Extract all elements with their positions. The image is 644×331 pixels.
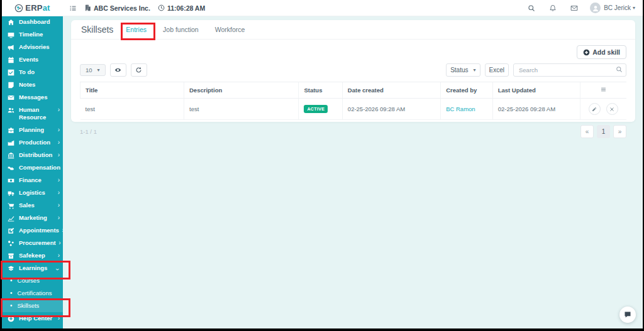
edit-row-button[interactable] — [589, 103, 601, 115]
search-icon — [616, 66, 623, 73]
sidebar-item-to-do[interactable]: • To do — [2, 66, 63, 79]
cell-description: test — [184, 99, 299, 120]
sidebar-item-compensation[interactable]: • Compensation › — [2, 161, 63, 174]
bank-icon — [8, 152, 14, 159]
pencil-icon — [592, 107, 597, 112]
search-input[interactable] — [513, 63, 626, 77]
tab-bar: EntriesJob functionWorkforce — [126, 26, 261, 33]
chart-line-icon — [8, 215, 14, 222]
chevron-right-icon: › — [55, 151, 60, 158]
current-page-button[interactable]: 1 — [597, 125, 610, 138]
briefcase-icon — [8, 127, 14, 134]
envelope-icon — [8, 94, 14, 101]
column-visibility-button[interactable] — [110, 63, 126, 77]
search-icon[interactable] — [521, 4, 542, 12]
sidebar-item-label: Timeline — [19, 31, 55, 38]
column-header[interactable]: Date created — [342, 82, 440, 99]
column-header[interactable]: Last Updated — [492, 82, 580, 99]
sidebar-item-safekeep[interactable]: • Safekeep › — [2, 249, 63, 262]
sidebar-item-notes[interactable]: • Notes — [2, 79, 63, 91]
menu-toggle-icon[interactable] — [69, 4, 77, 12]
sidebar-item-courses[interactable]: • Courses — [2, 274, 63, 287]
sidebar-item-production[interactable]: • Production › — [2, 136, 63, 149]
chevron-down-icon: ▾ — [633, 5, 635, 11]
sidebar-item-label: Production — [19, 139, 55, 146]
sidebar-item-sales[interactable]: • Sales › — [2, 199, 63, 212]
sidebar-item-dashboard[interactable]: • Dashboard — [2, 16, 63, 28]
prev-page-button[interactable]: « — [580, 125, 594, 138]
sidebar-item-events[interactable]: • Events — [2, 53, 63, 66]
sidebar-item-label: To do — [19, 68, 55, 76]
column-menu-icon[interactable] — [580, 82, 626, 99]
sidebar-item-marketing[interactable]: • Marketing › — [2, 212, 63, 224]
tab-job-function[interactable]: Job function — [163, 26, 199, 33]
header-clock: 11:06:28 AM — [158, 4, 205, 12]
sidebar-item-label: Safekeep — [19, 252, 55, 259]
column-header[interactable]: Description — [184, 82, 299, 99]
skillsets-card: Skillsets EntriesJob functionWorkforce A… — [71, 20, 635, 122]
sidebar-item-planning[interactable]: • Planning › — [2, 124, 63, 136]
pagination-range: 1-1 / 1 — [80, 128, 97, 135]
megaphone-icon — [8, 44, 14, 51]
next-page-button[interactable]: » — [613, 125, 626, 138]
sidebar-item-timeline[interactable]: • Timeline — [2, 28, 63, 41]
sidebar-item-appointments[interactable]: • Appointments › — [2, 224, 63, 237]
sidebar-item-learnings[interactable]: • Learnings › — [2, 262, 63, 274]
refresh-button[interactable] — [131, 63, 147, 77]
shopping-cart-icon — [8, 202, 14, 209]
chevron-down-icon: › — [54, 266, 61, 271]
app-logo[interactable]: ERPat — [2, 3, 63, 13]
sidebar-item-messages[interactable]: • Messages — [2, 91, 63, 104]
sidebar-item-security[interactable]: • Security › — [2, 325, 63, 328]
wallet-icon — [8, 177, 14, 184]
archive-box-icon — [8, 252, 14, 259]
user-avatar[interactable] — [590, 3, 601, 13]
column-header[interactable]: Status — [299, 82, 342, 99]
chevron-right-icon: › — [55, 327, 60, 328]
home-icon — [8, 19, 14, 26]
user-menu[interactable]: BC Jerick — [604, 4, 631, 11]
logo-text-accent: at — [43, 3, 50, 13]
sidebar-item-label: Advisories — [19, 43, 55, 51]
calendar-icon — [8, 57, 14, 63]
sidebar-item-label: Security — [19, 327, 55, 328]
sidebar-item-label: Events — [19, 56, 55, 63]
created-by-link[interactable]: BC Ramon — [441, 99, 493, 120]
logo-text-primary: ERP — [25, 3, 42, 13]
sidebar-item-finance[interactable]: • Finance › — [2, 174, 63, 187]
company-name: ABC Services Inc. — [84, 4, 150, 12]
chevron-right-icon: › — [55, 202, 60, 209]
add-skill-button[interactable]: Add skill — [577, 45, 626, 59]
calendar-edit-icon — [8, 227, 14, 234]
delete-row-button[interactable] — [606, 103, 618, 115]
sidebar-item-distribution[interactable]: • Distribution › — [2, 149, 63, 161]
sidebar-item-procurement[interactable]: • Procurement › — [2, 237, 63, 249]
sidebar-item-label: Certifications — [18, 290, 55, 297]
messages-mail-icon[interactable] — [564, 4, 585, 12]
status-badge: ACTIVE — [304, 105, 328, 113]
page-title: Skillsets — [81, 24, 113, 35]
plus-circle-icon — [583, 49, 590, 56]
notifications-bell-icon[interactable] — [542, 4, 564, 12]
sidebar-item-label: Notes — [19, 81, 55, 89]
tab-workforce[interactable]: Workforce — [215, 26, 245, 33]
sidebar-item-logistics[interactable]: • Logistics › — [2, 187, 63, 199]
sidebar-item-advisories[interactable]: • Advisories — [2, 41, 63, 53]
sidebar-item-help-center[interactable]: • Help Center › — [2, 312, 63, 325]
table-row: test test ACTIVE 02-25-2026 09:28 AM BC … — [80, 99, 627, 120]
sidebar-item-skillsets[interactable]: • Skillsets — [2, 300, 63, 312]
tv-icon — [8, 31, 14, 38]
sidebar-item-human-resource[interactable]: • Human Resource › — [2, 104, 63, 124]
sidebar-item-certifications[interactable]: • Certifications — [2, 287, 63, 300]
sidebar-item-label: Marketing — [19, 214, 55, 222]
chat-fab[interactable] — [619, 307, 636, 323]
status-filter-button[interactable]: Status ▾ — [446, 63, 480, 77]
tab-entries[interactable]: Entries — [126, 26, 147, 33]
page-size-select[interactable]: 10 ▾ — [80, 64, 106, 76]
cell-date-created: 02-25-2026 09:28 AM — [342, 99, 440, 120]
chevron-right-icon: › — [55, 252, 60, 259]
excel-export-button[interactable]: Excel — [485, 63, 509, 77]
column-header[interactable]: Created by — [441, 82, 493, 99]
factory-icon — [8, 139, 14, 146]
column-header[interactable]: Title — [80, 82, 184, 99]
